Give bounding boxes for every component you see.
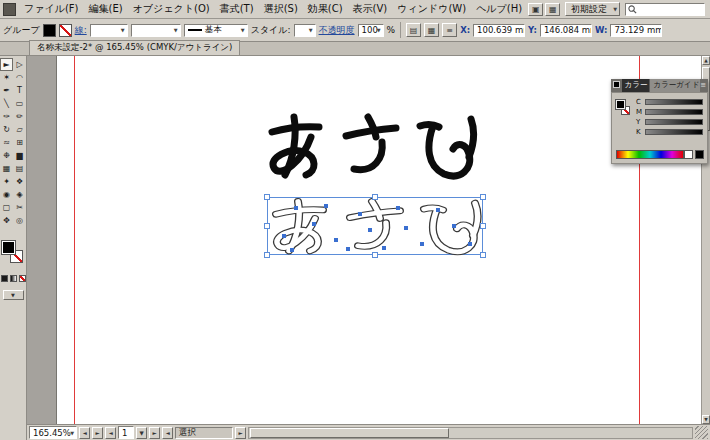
menu-object[interactable]: オブジェクト(O) <box>128 1 215 17</box>
preferences-grid-icon[interactable]: ▦ <box>424 23 439 37</box>
anchor-point[interactable] <box>452 224 456 228</box>
type-tool[interactable]: T <box>13 84 26 97</box>
line-segment-tool[interactable]: ╲ <box>0 97 13 110</box>
menu-type[interactable]: 書式(T) <box>215 1 259 17</box>
menu-view[interactable]: 表示(V) <box>348 1 393 17</box>
next-page-button[interactable] <box>149 427 160 439</box>
anchor-point[interactable] <box>324 204 328 208</box>
appearance-style-select[interactable]: 基本 <box>184 24 248 37</box>
workspace-switcher[interactable]: 初期設定 <box>565 2 620 16</box>
menu-edit[interactable]: 編集(E) <box>84 1 128 17</box>
graph-tool[interactable]: ▆ <box>13 149 26 162</box>
anchor-point[interactable] <box>312 222 316 226</box>
w-input[interactable]: 73.129 mm <box>610 24 662 37</box>
lasso-tool[interactable]: ◠ <box>13 71 26 84</box>
status-prev-button[interactable] <box>162 427 173 439</box>
rectangle-tool[interactable]: ▭ <box>13 97 26 110</box>
opacity-input[interactable]: 100 <box>358 24 384 37</box>
selection-bounding-box[interactable]: あさひ <box>267 197 483 255</box>
document-setup-icon[interactable]: ▤ <box>406 23 421 37</box>
screen-mode-button[interactable]: ▼ <box>3 290 24 300</box>
page-list-button[interactable] <box>136 427 147 439</box>
y-input[interactable]: 146.084 mm <box>540 24 592 37</box>
horizontal-scroll-thumb[interactable] <box>250 428 449 438</box>
mesh-tool[interactable]: ▦ <box>0 162 13 175</box>
black-swatch[interactable] <box>695 150 704 159</box>
anchor-point[interactable] <box>420 242 424 246</box>
menu-select[interactable]: 選択(S) <box>259 1 303 17</box>
panel-fill-swatch[interactable] <box>616 100 625 109</box>
scale-tool[interactable]: ▱ <box>13 123 26 136</box>
status-next-button[interactable] <box>235 427 246 439</box>
selection-handle[interactable] <box>480 194 486 200</box>
direct-selection-tool[interactable]: ▷ <box>13 58 26 71</box>
fill-color-swatch[interactable] <box>43 24 56 37</box>
anchor-point[interactable] <box>346 247 350 251</box>
panel-menu-icon[interactable]: ≡ <box>442 23 457 37</box>
live-text-object[interactable]: あさひ <box>264 113 480 181</box>
resize-grip[interactable] <box>695 426 708 439</box>
color-spectrum-bar[interactable] <box>616 150 684 159</box>
opacity-link[interactable]: 不透明度 <box>319 24 355 37</box>
anchor-point[interactable] <box>294 206 298 210</box>
panel-menu-icon[interactable]: ≡ <box>700 79 708 92</box>
pencil-tool[interactable]: ✏ <box>13 110 26 123</box>
zoom-tool[interactable]: ◎ <box>13 214 26 227</box>
anchor-point[interactable] <box>382 246 386 250</box>
paintbrush-tool[interactable]: ✑ <box>0 110 13 123</box>
selection-handle[interactable] <box>264 223 270 229</box>
prev-page-button[interactable] <box>105 427 116 439</box>
brush-definition-select[interactable] <box>131 24 181 37</box>
symbol-sprayer-tool[interactable]: ❉ <box>0 149 13 162</box>
search-box[interactable] <box>625 3 705 16</box>
selection-handle[interactable] <box>264 252 270 258</box>
crop-area-tool[interactable]: ▢ <box>0 201 13 214</box>
horizontal-scrollbar[interactable] <box>248 427 693 439</box>
blend-tool[interactable]: ❖ <box>13 175 26 188</box>
bridge-icon[interactable]: ▣ <box>528 3 543 16</box>
selection-handle[interactable] <box>372 194 378 200</box>
menu-window[interactable]: ウィンドウ(W) <box>392 1 471 17</box>
anchor-point[interactable] <box>334 238 338 242</box>
tab-color[interactable]: カラー <box>622 79 650 92</box>
zoom-level-select[interactable]: 165.45% <box>29 426 77 439</box>
live-paint-bucket-tool[interactable]: ◉ <box>0 188 13 201</box>
fill-swatch[interactable] <box>2 241 15 254</box>
menu-help[interactable]: ヘルプ(H) <box>471 1 527 17</box>
none-button[interactable] <box>19 275 26 282</box>
selection-handle[interactable] <box>480 223 486 229</box>
selection-handle[interactable] <box>264 194 270 200</box>
scroll-down-icon[interactable]: ▼ <box>702 415 710 424</box>
slice-tool[interactable]: ✂ <box>13 201 26 214</box>
zoom-prev-button[interactable] <box>79 427 90 439</box>
live-paint-selection-tool[interactable]: ◈ <box>13 188 26 201</box>
anchor-point[interactable] <box>368 228 372 232</box>
tab-color-guide[interactable]: カラーガイド <box>649 79 700 92</box>
selection-handle[interactable] <box>480 252 486 258</box>
artboard[interactable]: あさひ あさひ <box>27 56 710 424</box>
magic-wand-tool[interactable]: ✶ <box>0 71 13 84</box>
page-number-field[interactable]: 1 <box>118 426 134 439</box>
warp-tool[interactable]: ≈ <box>0 136 13 149</box>
anchor-point[interactable] <box>358 212 362 216</box>
stroke-weight-select[interactable] <box>90 24 128 37</box>
selection-handle[interactable] <box>372 252 378 258</box>
gradient-tool[interactable]: ▤ <box>13 162 26 175</box>
graphic-style-select[interactable] <box>294 24 316 37</box>
rotate-tool[interactable]: ↻ <box>0 123 13 136</box>
cyan-slider[interactable] <box>645 99 703 105</box>
arrange-documents-icon[interactable]: ▦ <box>545 3 560 16</box>
menu-effect[interactable]: 効果(C) <box>303 1 348 17</box>
yellow-slider[interactable] <box>645 119 703 125</box>
anchor-point[interactable] <box>396 206 400 210</box>
pen-tool[interactable]: ✒ <box>0 84 13 97</box>
zoom-next-button[interactable] <box>92 427 103 439</box>
menu-file[interactable]: ファイル(F) <box>19 1 84 17</box>
color-button[interactable] <box>1 275 8 282</box>
scroll-up-icon[interactable]: ▲ <box>702 56 710 65</box>
gradient-button[interactable] <box>10 275 17 282</box>
hand-tool[interactable]: ✥ <box>0 214 13 227</box>
anchor-point[interactable] <box>436 208 440 212</box>
anchor-point[interactable] <box>404 226 408 230</box>
black-slider[interactable] <box>645 129 703 135</box>
